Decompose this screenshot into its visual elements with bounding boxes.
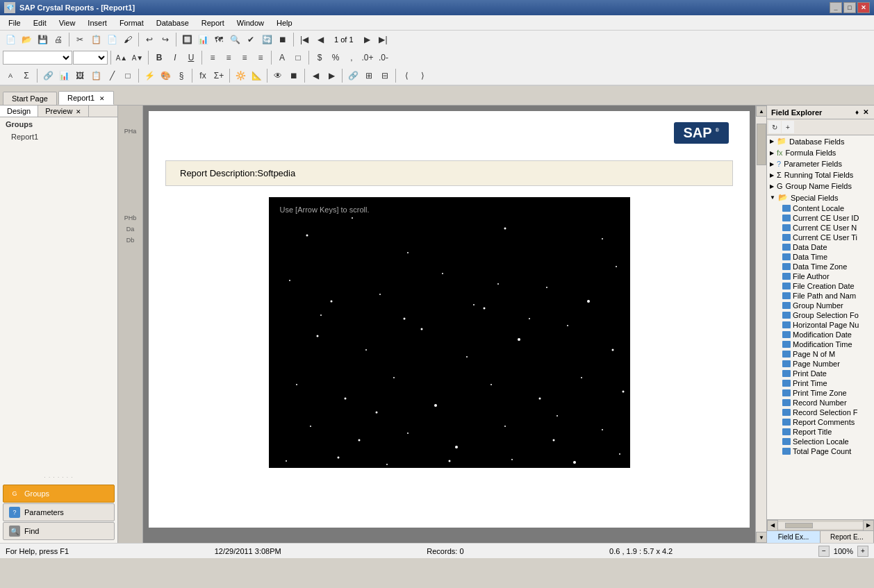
align-right-button[interactable]: ≡ <box>237 50 252 65</box>
insert-box-button[interactable]: □ <box>120 68 135 83</box>
print-preview-toggle[interactable]: 👁 <box>270 68 286 83</box>
menu-file[interactable]: File <box>3 17 26 28</box>
italic-button[interactable]: I <box>167 50 183 65</box>
nav-first[interactable]: |◀ <box>297 32 312 47</box>
zoom-in-button[interactable]: + <box>857 546 868 557</box>
special-field-print-time[interactable]: Print Time <box>767 378 874 388</box>
running-total-button[interactable]: Σ+ <box>211 68 226 83</box>
special-field-file-creation-date[interactable]: File Creation Date <box>767 281 874 291</box>
copy-button[interactable]: 📋 <box>88 32 104 47</box>
decrease-decimal-button[interactable]: .0- <box>376 50 391 65</box>
special-field-current-ce-user-id[interactable]: Current CE User ID <box>767 213 874 223</box>
align-center-button[interactable]: ≡ <box>221 50 236 65</box>
special-field-group-selection-fo[interactable]: Group Selection Fo <box>767 310 874 320</box>
expand-button[interactable]: ⊞ <box>361 68 377 83</box>
insert-field-button[interactable]: 🔗 <box>40 68 56 83</box>
move-down-button[interactable]: ⟩ <box>415 68 430 83</box>
special-field-group-number[interactable]: Group Number <box>767 301 874 310</box>
new-button[interactable]: 📄 <box>3 32 18 47</box>
horiz-thumb[interactable] <box>785 523 813 528</box>
scroll-down-button[interactable]: ▼ <box>756 532 766 543</box>
running-total-fields-category[interactable]: ▶ Σ Running Total Fields <box>767 169 874 180</box>
open-button[interactable]: 📂 <box>19 32 34 47</box>
scroll-track[interactable] <box>756 117 766 532</box>
verify-button[interactable]: ✔ <box>243 32 258 47</box>
underline-button[interactable]: U <box>183 50 199 65</box>
insert-chart-button[interactable]: 📊 <box>56 68 72 83</box>
special-field-modification-date[interactable]: Modification Date <box>767 330 874 339</box>
menu-database[interactable]: Database <box>151 17 195 28</box>
highlight-button[interactable]: 🔆 <box>233 68 248 83</box>
special-fields-category[interactable]: ▼ 📂 Special Fields <box>767 192 874 203</box>
refresh-button[interactable]: 🔄 <box>259 32 274 47</box>
report-explorer-tab[interactable]: Report E... <box>821 531 874 543</box>
insert-line-button[interactable]: ╱ <box>104 68 119 83</box>
currency-button[interactable]: $ <box>312 50 327 65</box>
formula-editor-button[interactable]: fx <box>195 68 211 83</box>
collapse-button[interactable]: ⊟ <box>377 68 393 83</box>
fe-add-button[interactable]: + <box>782 121 794 133</box>
special-field-current-ce-user-n[interactable]: Current CE User N <box>767 223 874 233</box>
special-field-content-locale[interactable]: Content Locale <box>767 203 874 213</box>
special-field-selection-locale[interactable]: Selection Locale <box>767 437 874 446</box>
increase-decimal-button[interactable]: .0+ <box>360 50 375 65</box>
special-field-horizontal-page[interactable]: Horizontal Page Nu <box>767 320 874 330</box>
cancel-button[interactable]: ⏹ <box>275 32 290 47</box>
align-left-button[interactable]: ≡ <box>205 50 220 65</box>
special-field-data-time[interactable]: Data Time <box>767 252 874 262</box>
field-explorer-tab[interactable]: Field Ex... <box>767 531 821 543</box>
insert-subreport-button[interactable]: 📋 <box>88 68 104 83</box>
border-button[interactable]: □ <box>290 50 306 65</box>
move-up-button[interactable]: ⟨ <box>399 68 414 83</box>
parameter-fields-category[interactable]: ▶ ? Parameter Fields <box>767 158 874 169</box>
find-button[interactable]: 🔍 Find <box>3 522 115 540</box>
percent-button[interactable]: % <box>328 50 343 65</box>
close-panel-icon[interactable]: ✕ <box>861 108 870 117</box>
maximize-button[interactable]: □ <box>843 2 856 13</box>
formula-button[interactable]: Σ <box>19 68 34 83</box>
horiz-track[interactable] <box>778 522 863 529</box>
nav-next[interactable]: ▶ <box>360 32 375 47</box>
font-size-select[interactable] <box>73 51 108 65</box>
horiz-scrollbar[interactable]: ◀ ▶ <box>767 519 874 530</box>
close-button[interactable]: ✕ <box>857 2 870 13</box>
nav-prev[interactable]: ◀ <box>313 32 328 47</box>
special-field-record-number[interactable]: Record Number <box>767 398 874 408</box>
scroll-up-button[interactable]: ▲ <box>756 106 766 117</box>
special-field-modification-time[interactable]: Modification Time <box>767 339 874 349</box>
special-field-data-date[interactable]: Data Date <box>767 242 874 252</box>
special-field-file-path[interactable]: File Path and Nam <box>767 291 874 301</box>
preview-tab-close[interactable]: ✕ <box>76 108 81 115</box>
fe-refresh-button[interactable]: ↻ <box>768 121 781 133</box>
bold-button[interactable]: B <box>151 50 167 65</box>
preview-button[interactable]: 🔲 <box>179 32 195 47</box>
special-field-print-time-zone[interactable]: Print Time Zone <box>767 388 874 398</box>
title-bar-controls[interactable]: _ □ ✕ <box>830 2 870 13</box>
font-color-button[interactable]: A <box>274 50 290 65</box>
map-button[interactable]: 🗺 <box>211 32 226 47</box>
groups-button[interactable]: G Groups <box>3 485 115 503</box>
special-field-report-title[interactable]: Report Title <box>767 427 874 437</box>
menu-view[interactable]: View <box>53 17 81 28</box>
print-button[interactable]: 🖨 <box>51 32 66 47</box>
save-button[interactable]: 💾 <box>35 32 50 47</box>
content-area[interactable]: SAP ® Report Description:Softpedia Use [… <box>143 106 755 543</box>
menu-insert[interactable]: Insert <box>82 17 113 28</box>
design-tab[interactable]: Design <box>0 106 38 117</box>
prev-page-button[interactable]: ◀ <box>308 68 323 83</box>
menu-format[interactable]: Format <box>114 17 149 28</box>
special-field-page-n-of-m[interactable]: Page N of M <box>767 349 874 359</box>
group-item-report1[interactable]: Report1 <box>0 131 117 142</box>
special-field-record-selection[interactable]: Record Selection F <box>767 408 874 417</box>
paste-button[interactable]: 📄 <box>104 32 119 47</box>
undo-button[interactable]: ↩ <box>142 32 157 47</box>
chart-button[interactable]: 📊 <box>195 32 211 47</box>
next-page-button[interactable]: ▶ <box>324 68 339 83</box>
special-field-print-date[interactable]: Print Date <box>767 369 874 378</box>
report1-tab[interactable]: Report1 ✕ <box>58 91 114 105</box>
special-field-data-time-zone[interactable]: Data Time Zone <box>767 262 874 271</box>
special-field-total-page-count[interactable]: Total Page Count <box>767 446 874 456</box>
pin-icon[interactable]: ♦ <box>854 108 860 117</box>
font-larger-button[interactable]: A▲ <box>114 50 129 65</box>
section-button[interactable]: § <box>174 68 189 83</box>
